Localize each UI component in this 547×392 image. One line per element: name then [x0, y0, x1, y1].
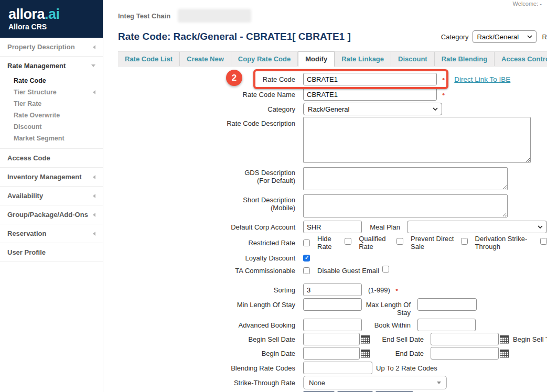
sorting-hint: (1-999)	[368, 286, 390, 294]
begin-sell-date-input[interactable]	[303, 333, 360, 345]
short-description-textarea[interactable]	[303, 194, 508, 217]
category-label: Category	[441, 33, 469, 41]
blending-rate-codes-row: Blending Rate Codes Up To 2 Rate Codes	[118, 362, 547, 374]
sidebar-item-tier-rate[interactable]: Tier Rate	[0, 98, 103, 110]
derivation-strike-through-checkbox[interactable]	[540, 238, 547, 245]
sidebar-item-label: Discount	[14, 123, 41, 130]
default-corp-account-label: Default Corp Account	[118, 223, 303, 231]
category-header-select[interactable]: Rack/General	[473, 30, 537, 43]
tab-modify[interactable]: Modify	[298, 51, 335, 67]
main-content: Welcome: - Integ Test Chain Rate Code: R…	[103, 0, 547, 392]
rate-code-description-row: Rate Code Description	[118, 117, 547, 163]
calendar-icon[interactable]	[500, 349, 509, 358]
sidebar-item-market-segment[interactable]: Market Segment	[0, 133, 103, 144]
tab-rate-linkage[interactable]: Rate Linkage	[335, 52, 391, 66]
qualified-rate-checkbox[interactable]	[396, 238, 403, 245]
sidebar-item-label: Rate Overwrite	[14, 112, 60, 119]
sidebar-item-group-package-addons[interactable]: Group/Package/Add-Ons	[0, 205, 103, 224]
prevent-direct-sale-checkbox[interactable]	[461, 238, 468, 245]
rate-code-label: Rate Code	[118, 75, 303, 83]
dropdown-arrow-icon	[437, 382, 441, 384]
sidebar-item-property-description[interactable]: Property Description	[0, 38, 103, 57]
loyalty-discount-checkbox[interactable]	[303, 255, 310, 262]
strike-through-rate-value: None	[309, 379, 437, 387]
sidebar-item-label: Inventory Management	[7, 173, 82, 181]
strike-through-rate-label: Strike-Through Rate	[118, 379, 303, 387]
product-name: Allora CRS	[8, 23, 94, 31]
prevent-direct-sale-label: Prevent Direct Sale	[411, 235, 458, 251]
chevron-left-icon	[93, 213, 95, 217]
tab-discount[interactable]: Discount	[391, 52, 435, 66]
book-within-input[interactable]	[417, 319, 476, 331]
sidebar-item-availability[interactable]: Availability	[0, 187, 103, 205]
clipped-right-label: R	[542, 33, 547, 41]
ta-commissionable-checkbox[interactable]	[303, 267, 310, 274]
gds-description-sublabel: (For Default)	[118, 177, 295, 184]
derivation-strike-through-label: Derivation Strike-Through	[475, 235, 537, 251]
sidebar-item-label: Access Code	[7, 154, 50, 162]
chevron-left-icon	[93, 175, 95, 179]
disable-guest-email-label: Disable Guest Email	[317, 267, 379, 275]
tab-copy-rate-code[interactable]: Copy Rate Code	[231, 52, 298, 66]
chevron-down-icon	[527, 35, 532, 38]
sidebar-item-inventory-management[interactable]: Inventory Management	[0, 168, 103, 187]
end-sell-date-input[interactable]	[431, 333, 499, 345]
sidebar-item-discount[interactable]: Discount	[0, 121, 103, 133]
advanced-booking-input[interactable]	[303, 319, 362, 331]
default-corp-account-input[interactable]	[303, 221, 362, 233]
begin-sell-date-label: Begin Sell Date	[118, 335, 303, 343]
sidebar-item-user-profile[interactable]: User Profile	[0, 243, 103, 262]
tab-create-new[interactable]: Create New	[180, 52, 231, 66]
max-length-of-stay-input[interactable]	[417, 298, 477, 311]
sorting-label: Sorting	[118, 286, 303, 294]
meal-plan-select[interactable]	[407, 221, 547, 233]
sidebar-item-rate-code[interactable]: Rate Code	[0, 75, 103, 86]
end-date-input[interactable]	[431, 347, 499, 360]
calendar-icon[interactable]	[500, 335, 509, 344]
sidebar-item-label: Tier Rate	[14, 100, 41, 107]
begin-date-label: Begin Date	[118, 350, 303, 357]
min-length-of-stay-input[interactable]	[303, 298, 362, 311]
hide-rate-checkbox[interactable]	[345, 238, 351, 245]
direct-link-to-ibe[interactable]: Direct Link To IBE	[454, 75, 510, 83]
restricted-rate-label: Restricted Rate	[118, 239, 303, 247]
calendar-icon[interactable]	[361, 349, 370, 358]
rate-code-input[interactable]	[303, 73, 437, 85]
blending-rate-codes-input[interactable]	[303, 362, 372, 374]
sorting-input[interactable]	[303, 284, 362, 296]
strike-through-rate-select[interactable]: None	[303, 376, 447, 389]
disable-guest-email-checkbox[interactable]	[382, 266, 389, 273]
meal-plan-label: Meal Plan	[362, 223, 407, 231]
tab-rate-blending[interactable]: Rate Blending	[435, 52, 495, 66]
rate-code-row: 2 Rate Code • Direct Link To IBE	[118, 73, 547, 85]
sidebar-item-access-code[interactable]: Access Code	[0, 149, 103, 168]
page-title: Rate Code: Rack/General - CBRATE1[ CBRAT…	[118, 31, 351, 42]
gds-description-textarea[interactable]	[303, 167, 508, 190]
sidebar-item-label: Rate Management	[7, 62, 66, 70]
logo-block: allora.ai Allora CRS	[0, 0, 103, 38]
loyalty-discount-row: Loyalty Discount	[118, 254, 547, 262]
logo-text: allora	[8, 6, 45, 22]
chevron-down-icon	[538, 225, 543, 228]
sidebar-item-label: Property Description	[7, 43, 75, 51]
chain-name: Integ Test Chain	[118, 12, 170, 20]
rate-code-form: 2 Rate Code • Direct Link To IBE Rate Co…	[103, 67, 547, 392]
sidebar-item-rate-overwrite[interactable]: Rate Overwrite	[0, 110, 103, 121]
tab-access-control[interactable]: Access Control	[495, 52, 547, 66]
category-select[interactable]: Rack/General	[303, 103, 442, 115]
calendar-icon[interactable]	[361, 335, 370, 344]
ta-commissionable-label: TA Commissionable	[118, 267, 303, 275]
gds-description-row: GDS Description (For Default)	[118, 167, 547, 190]
tab-rate-code-list[interactable]: Rate Code List	[118, 52, 180, 66]
sidebar-item-reservation[interactable]: Reservation	[0, 224, 103, 243]
rate-code-name-input[interactable]	[303, 88, 437, 101]
ta-commissionable-row: TA Commissionable Disable Guest Email	[118, 267, 547, 275]
allora-logo: allora.ai	[8, 6, 94, 22]
rate-code-name-row: Rate Code Name •	[118, 88, 547, 101]
sidebar-item-tier-structure[interactable]: Tier Structure	[0, 86, 103, 98]
begin-date-input[interactable]	[303, 347, 360, 360]
restricted-rate-checkbox[interactable]	[303, 239, 310, 246]
sidebar-item-rate-management[interactable]: Rate Management	[0, 57, 103, 75]
sidebar-item-label: User Profile	[7, 248, 46, 256]
rate-code-description-textarea[interactable]	[303, 117, 531, 163]
